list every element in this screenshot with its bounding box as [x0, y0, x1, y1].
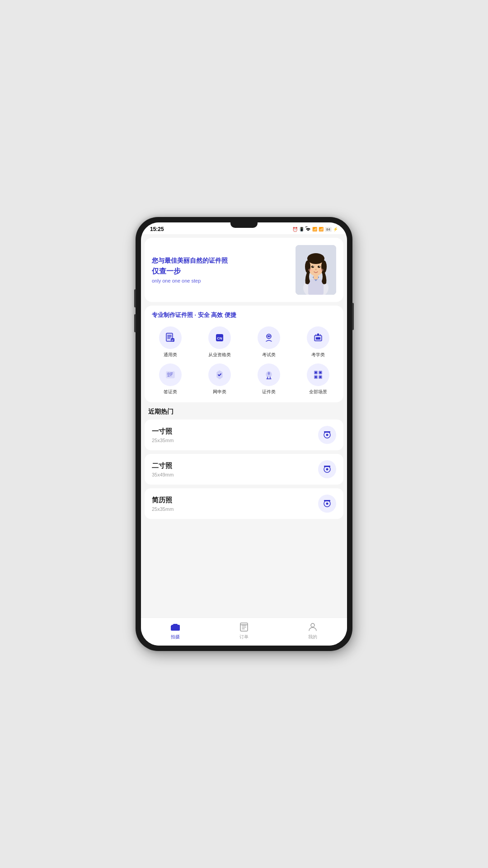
- svg-rect-43: [324, 500, 330, 501]
- nav-mine[interactable]: 我的: [278, 622, 347, 640]
- svg-point-8: [311, 266, 314, 268]
- svg-rect-37: [319, 376, 321, 378]
- svg-point-28: [167, 373, 170, 375]
- category-general[interactable]: 通用类: [148, 326, 192, 358]
- photo-card-2[interactable]: 二寸照 35x49mm: [145, 454, 343, 485]
- svg-point-5: [307, 253, 324, 264]
- qualification-icon-circle: CN: [208, 326, 231, 349]
- mine-icon: [307, 622, 318, 632]
- category-study[interactable]: 考学类: [296, 326, 340, 358]
- svg-point-9: [318, 266, 320, 268]
- signal-icon2: 📶: [319, 227, 324, 231]
- svg-rect-2: [308, 279, 324, 295]
- hero-text: 您与最佳美丽自然的证件照 仅查一步 only one one one step: [152, 256, 296, 284]
- svg-point-22: [268, 335, 270, 337]
- svg-point-45: [174, 627, 176, 628]
- photo-card-1-button[interactable]: [318, 426, 336, 444]
- vibrate-icon: 📳: [299, 227, 304, 231]
- svg-point-47: [311, 623, 314, 627]
- shoot-label: 拍摄: [171, 634, 180, 640]
- category-grid: 通用类 CN 从业资格类: [145, 323, 343, 402]
- category-certificate[interactable]: 证件类: [247, 363, 291, 395]
- svg-rect-41: [324, 466, 330, 467]
- photo-card-1-name: 一寸照: [152, 427, 318, 436]
- svg-rect-26: [316, 337, 320, 340]
- status-time: 15:25: [150, 226, 164, 232]
- phone-screen: 15:25 ⏰ 📳 📶 📶 84 ⚡ 您与最佳美丽自然的证件照 仅查一步: [141, 222, 347, 646]
- svg-point-40: [326, 468, 328, 471]
- bottom-nav: 拍摄 订单: [141, 618, 347, 646]
- svg-rect-35: [319, 372, 321, 373]
- exam-icon-circle: [258, 326, 280, 349]
- svg-rect-39: [324, 431, 330, 433]
- svg-rect-34: [315, 372, 317, 373]
- notch: [230, 222, 258, 228]
- photo-card-1-size: 25x35mm: [152, 438, 318, 443]
- section-title: 专业制作证件照 · 安全 高效 便捷: [152, 311, 336, 319]
- online-label: 网申类: [213, 389, 226, 395]
- visa-icon-circle: [159, 363, 182, 386]
- photo-card-3-name: 简历照: [152, 496, 318, 505]
- category-visa[interactable]: 签证类: [148, 363, 192, 395]
- photo-card-2-name: 二寸照: [152, 462, 318, 470]
- phone-frame: 15:25 ⏰ 📳 📶 📶 84 ⚡ 您与最佳美丽自然的证件照 仅查一步: [136, 217, 352, 651]
- visa-label: 签证类: [164, 389, 177, 395]
- volume-up-button: [134, 289, 136, 307]
- svg-point-10: [313, 266, 314, 267]
- svg-rect-36: [315, 376, 317, 378]
- svg-point-42: [326, 503, 328, 505]
- svg-point-11: [319, 266, 320, 267]
- wifi-icon: [305, 226, 311, 232]
- exam-label: 考试类: [262, 352, 276, 358]
- svg-point-38: [326, 434, 328, 436]
- order-label: 订单: [239, 634, 249, 640]
- hero-banner: 您与最佳美丽自然的证件照 仅查一步 only one one one step: [145, 238, 343, 302]
- order-icon: [239, 622, 249, 632]
- volume-down-button: [134, 314, 136, 332]
- charging-icon: ⚡: [333, 227, 338, 231]
- hero-subtitle: 仅查一步: [152, 267, 296, 276]
- general-label: 通用类: [164, 352, 177, 358]
- certificate-label: 证件类: [262, 389, 276, 395]
- alarm-icon: ⏰: [292, 227, 298, 232]
- category-qualification[interactable]: CN 从业资格类: [197, 326, 241, 358]
- photo-card-3[interactable]: 简历照 25x35mm: [145, 488, 343, 519]
- battery-icon: 84: [325, 227, 332, 232]
- photo-card-1-info: 一寸照 25x35mm: [152, 427, 318, 443]
- study-label: 考学类: [311, 352, 325, 358]
- status-icons: ⏰ 📳 📶 📶 84 ⚡: [292, 226, 338, 232]
- online-icon-circle: [208, 363, 231, 386]
- section-header: 专业制作证件照 · 安全 高效 便捷: [145, 306, 343, 323]
- recent-header: 近期热门: [141, 402, 347, 420]
- photo-card-2-size: 35x49mm: [152, 472, 318, 477]
- hero-image: [296, 245, 336, 295]
- photo-card-3-info: 简历照 25x35mm: [152, 496, 318, 512]
- signal-icon: 📶: [312, 227, 317, 231]
- svg-text:CN: CN: [217, 336, 222, 340]
- photo-card-3-size: 25x35mm: [152, 506, 318, 512]
- qualification-label: 从业资格类: [208, 352, 231, 358]
- photo-card-1[interactable]: 一寸照 25x35mm: [145, 420, 343, 450]
- certificate-icon-circle: [258, 363, 280, 386]
- recent-title: 近期热门: [148, 408, 340, 416]
- shoot-icon: [170, 622, 181, 632]
- svg-point-25: [317, 334, 319, 336]
- photo-card-2-button[interactable]: [318, 460, 336, 478]
- nav-order[interactable]: 订单: [210, 622, 278, 640]
- mine-label: 我的: [308, 634, 317, 640]
- main-content[interactable]: 您与最佳美丽自然的证件照 仅查一步 only one one one step: [141, 234, 347, 618]
- power-button: [352, 303, 354, 330]
- all-label: 全部场景: [309, 389, 327, 395]
- category-exam[interactable]: 考试类: [247, 326, 291, 358]
- study-icon-circle: [307, 326, 329, 349]
- hero-subtitle-en: only one one one step: [152, 278, 296, 283]
- all-icon-circle: [307, 363, 329, 386]
- nav-shoot[interactable]: 拍摄: [141, 622, 210, 640]
- photo-card-3-button[interactable]: [318, 495, 336, 513]
- general-icon-circle: [159, 326, 182, 349]
- photo-card-2-info: 二寸照 35x49mm: [152, 462, 318, 477]
- svg-point-14: [319, 269, 324, 271]
- category-all[interactable]: 全部场景: [296, 363, 340, 395]
- hero-title: 您与最佳美丽自然的证件照: [152, 256, 296, 265]
- category-online[interactable]: 网申类: [197, 363, 241, 395]
